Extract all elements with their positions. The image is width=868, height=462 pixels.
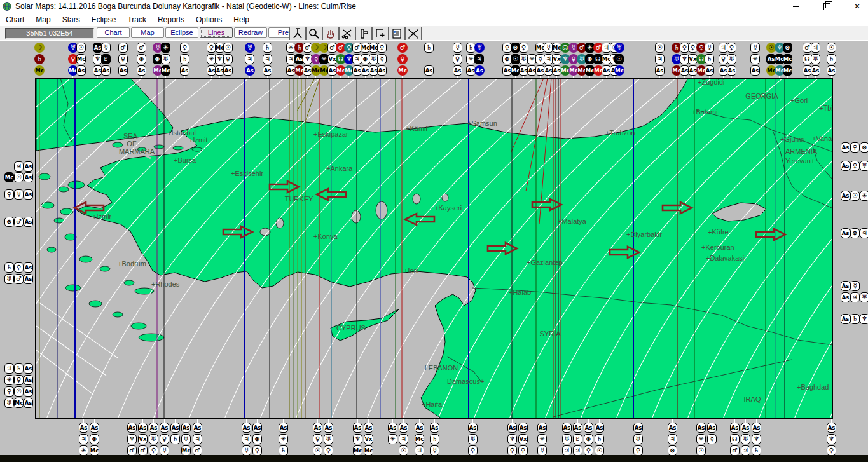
glyph-badge-♄: ♄ [14, 363, 24, 374]
glyph-badge-♀: ♀ [397, 54, 408, 64]
island [100, 266, 110, 271]
glyph-stem [619, 76, 619, 78]
menu-item-chart[interactable]: Chart [0, 14, 30, 25]
glyph-badge-As: As [668, 423, 677, 433]
coordinate-readout: 35N51 032E54 [5, 28, 94, 39]
glyph-badge-As: As [633, 423, 643, 433]
glyph-badge-♃: ♃ [263, 54, 272, 64]
glyph-badge-♀: ♀ [313, 434, 322, 444]
zoom-icon[interactable] [306, 27, 322, 41]
clip-tool-icon[interactable] [355, 27, 372, 41]
astro-map[interactable]: SEAOFMARMARA+Istanbul+Izmit+Bursa+Eskise… [35, 78, 833, 419]
glyph-badge-♃: ♃ [562, 445, 572, 456]
glyph-badge-✳: ✳ [388, 434, 397, 444]
map-label: +Gori [790, 97, 808, 104]
glyph-badge-♄: ♄ [850, 314, 860, 324]
glyph-badge-♆: ♆ [507, 434, 517, 444]
glyph-badge-♂: ♂ [14, 274, 24, 284]
glyph-stem [348, 76, 349, 78]
glyph-badge-As: As [245, 65, 255, 76]
island [173, 146, 183, 150]
glyph-badge-Mc: Mc [364, 445, 373, 456]
glyph-badge-As: As [827, 65, 836, 76]
glyph-badge-As: As [170, 423, 180, 433]
glyph-badge-♀: ♀ [850, 142, 860, 153]
island [59, 187, 69, 192]
glyph-badge-♂: ♂ [193, 445, 202, 456]
glyph-badge-♀: ♀ [633, 445, 643, 456]
glyph-stem [157, 76, 158, 78]
menu-item-eclipse[interactable]: Eclipse [86, 14, 122, 25]
glyph-stem [787, 76, 788, 78]
glyph-badge-Mc: Mc [76, 54, 86, 64]
glyph-stem [701, 76, 701, 78]
close-button[interactable]: ✕ [851, 1, 863, 11]
glyph-stem [184, 76, 185, 78]
menu-item-options[interactable]: Options [190, 14, 228, 25]
map-label: +Eskisehir [231, 170, 263, 177]
minimize-button[interactable] [790, 1, 802, 11]
eclipse-button[interactable]: Eclipse [165, 27, 198, 38]
chart-button[interactable]: Chart [97, 27, 130, 38]
cross-tool-icon[interactable] [405, 27, 422, 41]
lines-button[interactable]: Lines [200, 27, 233, 38]
glyph-badge-As: As [841, 281, 850, 291]
glyph-stem [723, 76, 724, 78]
map-label: ARMENIA [785, 147, 818, 155]
compass-tool-icon[interactable] [289, 27, 306, 41]
map-label: +Batumi [692, 108, 718, 116]
menu-item-stars[interactable]: Stars [57, 14, 86, 25]
glyph-badge-Mc: Mc [614, 65, 624, 76]
glyph-badge-♅: ♅ [181, 434, 191, 444]
menu-item-track[interactable]: Track [121, 14, 152, 25]
glyph-badge-As: As [415, 423, 424, 433]
scissors-icon[interactable] [339, 27, 355, 41]
glyph-badge-As: As [24, 375, 33, 385]
glyph-badge-As: As [24, 172, 33, 182]
bottom-strip [0, 455, 868, 462]
glyph-stem [429, 76, 429, 78]
glyph-badge-♀: ♀ [14, 262, 24, 273]
glyph-badge-♃: ♃ [811, 43, 820, 53]
island [79, 256, 92, 262]
glyph-badge-♄: ♄ [263, 43, 272, 53]
menu-item-reports[interactable]: Reports [152, 14, 190, 25]
glyph-stem [771, 76, 771, 78]
redraw-button[interactable]: Redraw [234, 27, 267, 38]
glyph-badge-♅: ♅ [614, 43, 624, 53]
glyph-badge-As: As [573, 423, 582, 433]
glyph-badge-As: As [324, 423, 333, 433]
glyph-stem [291, 76, 291, 78]
glyph-badge-As: As [741, 423, 750, 433]
island [41, 202, 54, 208]
glyph-badge-♀: ♀ [149, 445, 158, 456]
info-report-icon[interactable] [389, 27, 405, 41]
glyph-stem [402, 76, 403, 78]
map-button[interactable]: Map [131, 27, 164, 38]
menu-item-help[interactable]: Help [228, 14, 255, 25]
glyph-badge-♄: ♄ [34, 54, 45, 64]
menu-item-map[interactable]: Map [30, 14, 56, 25]
glyph-badge-As: As [841, 292, 850, 302]
glyph-badge-As: As [474, 65, 485, 76]
glyph-badge-As: As [353, 423, 362, 433]
glyph-stem [479, 76, 479, 78]
glyph-badge-As: As [127, 423, 137, 433]
glyph-badge-♆: ♆ [827, 434, 836, 444]
glyph-badge-♀: ♀ [118, 54, 128, 64]
glyph-stem [831, 76, 832, 78]
glyph-badge-As: As [24, 363, 33, 374]
glyph-stem [532, 76, 532, 78]
glyph-stem [779, 76, 780, 78]
restore-button[interactable] [821, 1, 832, 11]
glyph-stem [249, 76, 250, 78]
glyph-badge-♂: ♂ [730, 445, 740, 456]
glyph-badge-☽: ☽ [34, 43, 45, 53]
pan-hand-icon[interactable] [322, 27, 339, 41]
map-label: +Samsun [467, 119, 497, 127]
glyph-stem [565, 76, 565, 78]
crosshair-plus-icon[interactable] [372, 27, 389, 41]
map-label: MARMARA [119, 147, 155, 155]
glyph-badge-Mc: Mc [415, 434, 424, 444]
glyph-badge-♅: ♅ [474, 43, 485, 53]
